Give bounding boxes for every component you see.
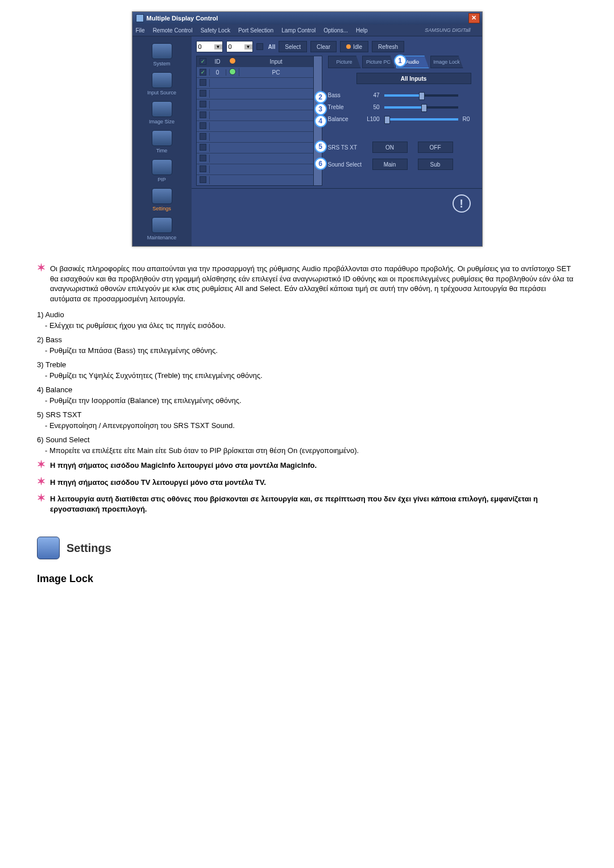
balance-slider[interactable]: 4 Balance L100 R0 (328, 116, 478, 122)
refresh-button[interactable]: Refresh (372, 41, 404, 52)
item-5-head: 5) SRS TSXT (37, 410, 577, 419)
sidebar-item-maintenance[interactable]: Maintenance (132, 217, 192, 240)
select-button[interactable]: Select (279, 41, 307, 52)
slider-thumb[interactable] (419, 92, 425, 100)
sound-main-button[interactable]: Main (372, 159, 408, 170)
sound-sub-button[interactable]: Sub (418, 159, 453, 170)
section-heading: Settings (37, 537, 577, 559)
dropdown-2[interactable]: 0▼ (226, 41, 253, 52)
window-title: Multiple Display Control (147, 15, 218, 22)
row-check-icon[interactable] (200, 69, 206, 76)
header-id: ID (210, 59, 226, 65)
table-row[interactable] (197, 88, 313, 99)
menu-file[interactable]: File (136, 27, 145, 34)
section-title: Settings (67, 542, 111, 555)
row-check-icon[interactable] (200, 176, 206, 183)
header-check-icon[interactable] (200, 58, 206, 65)
table-row[interactable] (197, 99, 313, 110)
item-3-body: - Ρυθμίζει τις Υψηλές Συχνότητες (Treble… (45, 371, 577, 380)
tab-imagelock[interactable]: Image Lock (430, 56, 463, 68)
sound-select-row: 6 Sound Select Main Sub (328, 159, 478, 170)
row-check-icon[interactable] (200, 155, 206, 161)
audio-panel: Picture Picture PC Audio Image Lock 1 Al… (322, 56, 478, 186)
table-row[interactable] (197, 164, 313, 175)
callout-2: 2 (314, 91, 327, 103)
all-inputs-button[interactable]: All Inputs (356, 73, 471, 84)
header-input: Input (239, 59, 313, 65)
table-row[interactable] (197, 110, 313, 121)
menu-port[interactable]: Port Selection (238, 27, 273, 34)
treble-slider[interactable]: 3 Treble 50 (328, 104, 478, 110)
menu-remote[interactable]: Remote Control (153, 27, 193, 34)
row-check-icon[interactable] (200, 165, 206, 172)
toolbar: 0▼ 0▼ All Select Clear Idle Refresh (192, 36, 482, 56)
table-row[interactable] (197, 153, 313, 164)
sidebar-item-system[interactable]: System (132, 43, 192, 67)
menubar: File Remote Control Safety Lock Port Sel… (132, 24, 482, 36)
star-icon: ✶ (37, 460, 45, 471)
bass-slider[interactable]: 2 Bass 47 (328, 92, 478, 98)
row-check-icon[interactable] (200, 122, 206, 129)
star-icon: ✶ (37, 264, 45, 304)
intro-text: Οι βασικές πληροφορίες που απαιτούνται γ… (50, 264, 577, 304)
checkbox-all[interactable] (256, 43, 263, 50)
callout-6: 6 (314, 157, 327, 170)
menu-options[interactable]: Options... (323, 27, 348, 34)
slider-thumb[interactable] (384, 116, 390, 124)
row-check-icon[interactable] (200, 144, 206, 151)
alert-icon: ! (453, 194, 471, 213)
tabs: Picture Picture PC Audio Image Lock 1 (328, 56, 478, 68)
app-window: Multiple Display Control ✕ File Remote C… (132, 11, 483, 247)
row-check-icon[interactable] (200, 101, 206, 107)
srs-on-button[interactable]: ON (372, 142, 408, 153)
callout-3: 3 (314, 103, 327, 115)
close-icon[interactable]: ✕ (468, 13, 480, 23)
status-dot-icon (229, 68, 236, 75)
sidebar-item-pip[interactable]: PIP (132, 159, 192, 182)
row-check-icon[interactable] (200, 133, 206, 140)
sidebar-item-time[interactable]: Time (132, 130, 192, 153)
tab-picturepc[interactable]: Picture PC (362, 56, 395, 68)
menu-safety[interactable]: Safety Lock (201, 27, 230, 34)
sidebar-item-imagesize[interactable]: Image Size (132, 101, 192, 124)
brand-label: SAMSUNG DIGITall (425, 27, 470, 33)
table-row[interactable] (197, 175, 313, 185)
header-status-icon (229, 57, 236, 64)
row-check-icon[interactable] (200, 90, 206, 97)
note-1: Η πηγή σήματος εισόδου MagicInfo λειτουρ… (50, 460, 577, 471)
srs-off-button[interactable]: OFF (418, 142, 453, 153)
item-2-head: 2) Bass (37, 335, 577, 344)
slider-thumb[interactable] (421, 104, 427, 112)
sidebar-item-settings[interactable]: Settings (132, 188, 192, 211)
menu-lamp[interactable]: Lamp Control (281, 27, 316, 34)
row-check-icon[interactable] (200, 79, 206, 86)
chevron-down-icon: ▼ (244, 44, 252, 49)
table-row[interactable] (197, 77, 313, 88)
app-icon (136, 14, 144, 22)
item-6-head: 6) Sound Select (37, 435, 577, 444)
item-4-head: 4) Balance (37, 385, 577, 394)
table-row[interactable]: 0 PC (197, 67, 313, 77)
tab-picture[interactable]: Picture (328, 56, 361, 68)
settings-icon (37, 537, 60, 559)
item-1-head: 1) Audio (37, 310, 577, 319)
description-text: ✶ Οι βασικές πληροφορίες που απαιτούνται… (37, 264, 577, 585)
callout-1: 1 (394, 55, 406, 67)
menu-help[interactable]: Help (356, 27, 368, 34)
table-row[interactable] (197, 121, 313, 131)
item-6-body: - Μπορείτε να επιλέξετε είτε Main είτε S… (45, 446, 577, 455)
display-table: ID Input 0 PC (196, 56, 314, 186)
sidebar: System Input Source Image Size Time PIP … (132, 36, 192, 246)
row-check-icon[interactable] (200, 111, 206, 118)
note-2: Η πηγή σήματος εισόδου TV λειτουργεί μόν… (50, 477, 577, 488)
item-2-body: - Ρυθμίζει τα Μπάσα (Bass) της επιλεγμέν… (45, 346, 577, 355)
sidebar-item-input[interactable]: Input Source (132, 72, 192, 95)
table-row[interactable] (197, 142, 313, 153)
note-3: Η λειτουργία αυτή διατίθεται στις οθόνες… (50, 494, 577, 514)
all-label: All (268, 44, 276, 50)
table-header: ID Input (197, 56, 313, 67)
star-icon: ✶ (37, 477, 45, 488)
dropdown-1[interactable]: 0▼ (196, 41, 223, 52)
table-row[interactable] (197, 131, 313, 142)
clear-button[interactable]: Clear (310, 41, 337, 52)
